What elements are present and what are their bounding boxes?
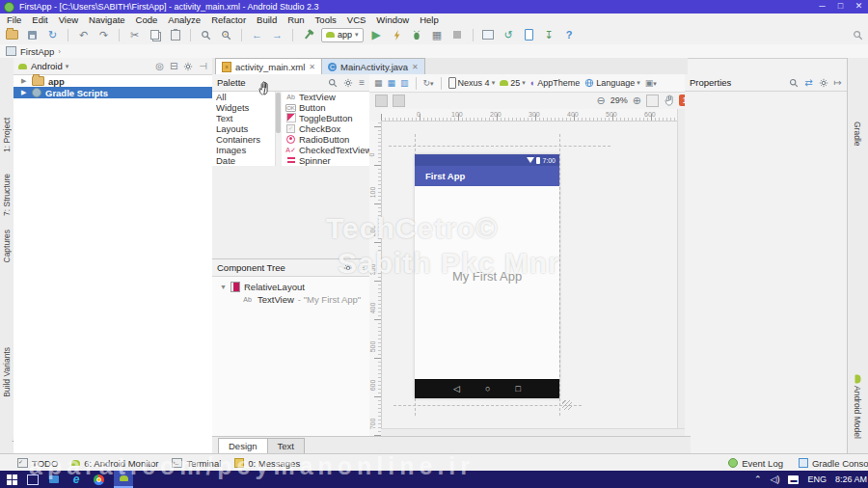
tool-button-build-variants[interactable]: Build Variants	[2, 347, 12, 397]
palette-item-radiobutton[interactable]: RadioButton	[282, 134, 369, 145]
tray-chevron-icon[interactable]: ⌃	[754, 474, 762, 484]
tab-mainactivity-java[interactable]: C MainActivity.java ✕	[322, 58, 425, 74]
expand-properties-icon[interactable]: ↦	[834, 77, 842, 88]
tool-button-event-log[interactable]: Event Log	[728, 458, 783, 469]
collapse-all-icon[interactable]: ⊟	[170, 61, 177, 71]
menu-analyze[interactable]: Analyze	[168, 14, 201, 25]
stop-icon[interactable]	[450, 28, 465, 42]
palette-category-text[interactable]: Text	[212, 113, 275, 123]
view-mode-table-icon[interactable]: ▦	[374, 78, 383, 88]
chrome-browser-icon[interactable]	[92, 473, 105, 486]
pan-icon[interactable]	[664, 95, 674, 106]
resize-handle[interactable]	[562, 400, 572, 410]
redo-icon[interactable]: ↷	[96, 28, 111, 42]
expand-arrow-icon[interactable]: ▶	[21, 77, 28, 85]
zoom-to-fit-icon[interactable]	[646, 95, 659, 107]
palette-category-containers[interactable]: Containers	[212, 134, 275, 145]
task-view-icon[interactable]	[27, 474, 39, 485]
find-icon[interactable]	[199, 28, 213, 42]
maximize-button[interactable]: □	[831, 0, 850, 14]
help-icon[interactable]: ?	[562, 28, 577, 42]
expand-arrow-icon[interactable]: ▼	[220, 284, 227, 290]
menu-tools[interactable]: Tools	[315, 14, 337, 25]
view-mode-design-icon[interactable]: ▦	[388, 78, 396, 88]
tool-button-structure[interactable]: 7: Structure	[2, 174, 12, 216]
cut-icon[interactable]: ✂	[127, 28, 142, 42]
menu-edit[interactable]: Edit	[32, 14, 47, 25]
theme-selector[interactable]: ◐ AppTheme	[530, 78, 580, 88]
view-options-icon[interactable]: ≡	[359, 77, 365, 88]
tree-item-gradle-scripts[interactable]: ▶ Gradle Scripts	[14, 87, 212, 98]
search-icon[interactable]	[328, 78, 338, 88]
notifications-icon[interactable]: ▬	[788, 475, 799, 484]
view-options-icon[interactable]: ≡	[359, 262, 365, 273]
language-selector[interactable]: Language▾	[584, 78, 640, 88]
avd-manager-icon[interactable]	[522, 28, 536, 42]
menu-help[interactable]: Help	[420, 14, 439, 25]
save-icon[interactable]	[25, 28, 40, 42]
gear-icon[interactable]	[343, 263, 353, 273]
gear-icon[interactable]	[343, 78, 353, 88]
component-textview[interactable]: Ab TextView - "My First App"	[212, 293, 369, 306]
coverage-icon[interactable]: ▦	[430, 28, 445, 42]
api-level-selector[interactable]: 25▾	[500, 78, 526, 88]
palette-item-checkedtextview[interactable]: A✓ CheckedTextView	[282, 145, 369, 155]
zoom-out-icon[interactable]: ⊖	[597, 95, 606, 107]
sort-arrows-icon[interactable]: ⇄	[804, 77, 812, 88]
palette-category-all[interactable]: All	[212, 92, 275, 102]
menu-build[interactable]: Build	[257, 14, 277, 25]
device-selector[interactable]: Nexus 4▾	[448, 77, 496, 89]
back-icon[interactable]: ←	[250, 28, 264, 42]
run-icon[interactable]: ▶	[369, 28, 384, 42]
close-button[interactable]: ✕	[850, 0, 868, 14]
view-mode-blueprint-icon[interactable]: ▥	[400, 78, 409, 88]
project-view-selector[interactable]: Android	[31, 61, 63, 71]
android-monitor-icon[interactable]	[481, 28, 496, 42]
sdk-manager-icon[interactable]: ↧	[542, 28, 556, 42]
search-icon[interactable]	[789, 78, 799, 88]
palette-category-layouts[interactable]: Layouts	[212, 123, 275, 134]
replace-icon[interactable]	[219, 28, 233, 42]
search-everywhere-icon[interactable]	[851, 28, 865, 42]
expand-arrow-icon[interactable]: ▶	[21, 89, 28, 96]
attach-debugger-icon[interactable]	[390, 28, 404, 42]
palette-category-date[interactable]: Date	[212, 155, 275, 166]
menu-navigate[interactable]: Navigate	[89, 14, 125, 25]
tool-button-terminal[interactable]: ›_ Terminal	[172, 458, 221, 469]
mail-app-icon[interactable]	[47, 473, 61, 486]
android-studio-taskbar-icon[interactable]	[114, 471, 133, 488]
palette-item-spinner[interactable]: Spinner	[282, 155, 369, 166]
palette-item-checkbox[interactable]: ✓ CheckBox	[282, 123, 369, 134]
sync-gradle-icon[interactable]: ↺	[502, 28, 516, 42]
phone-content[interactable]: My First App	[415, 186, 559, 379]
menu-vcs[interactable]: VCS	[347, 14, 366, 25]
forward-icon[interactable]: →	[270, 28, 285, 42]
tool-button-android-monitor[interactable]: 6: Android Monitor	[71, 458, 158, 469]
orientation-button[interactable]: ↻▾	[423, 78, 434, 88]
build-icon[interactable]	[301, 28, 315, 42]
close-tab-icon[interactable]: ✕	[309, 63, 315, 71]
palette-item-textview[interactable]: Ab TextView	[282, 92, 369, 102]
tool-button-todo[interactable]: ✓ TODO	[17, 458, 58, 469]
close-tab-icon[interactable]: ✕	[412, 63, 419, 71]
palette-scrollbar[interactable]	[276, 93, 281, 133]
start-button[interactable]	[5, 473, 18, 486]
tab-design[interactable]: Design	[218, 438, 268, 454]
tool-button-messages[interactable]: 0: Messages	[234, 458, 300, 469]
palette-item-togglebutton[interactable]: ToggleButton	[282, 113, 369, 123]
gear-icon[interactable]	[819, 78, 828, 88]
paste-icon[interactable]	[168, 28, 182, 42]
copy-icon[interactable]	[148, 28, 162, 42]
tree-item-app[interactable]: ▶ app	[14, 75, 212, 87]
tab-text[interactable]: Text	[268, 438, 305, 454]
textview-element[interactable]: My First App	[415, 269, 559, 284]
layout-variant-icon[interactable]: ▣▾	[645, 78, 657, 88]
run-configuration-selector[interactable]: app ▾	[321, 28, 364, 42]
menu-file[interactable]: File	[7, 14, 21, 25]
tab-activity-main-xml[interactable]: x activity_main.xml ✕	[215, 58, 322, 74]
input-language[interactable]: ENG	[807, 474, 827, 484]
hide-panel-icon[interactable]: ⊣	[199, 61, 207, 71]
component-relativelayout[interactable]: ▼ RelativeLayout	[212, 281, 369, 293]
edge-browser-icon[interactable]: e	[69, 473, 83, 486]
menu-code[interactable]: Code	[136, 14, 158, 25]
